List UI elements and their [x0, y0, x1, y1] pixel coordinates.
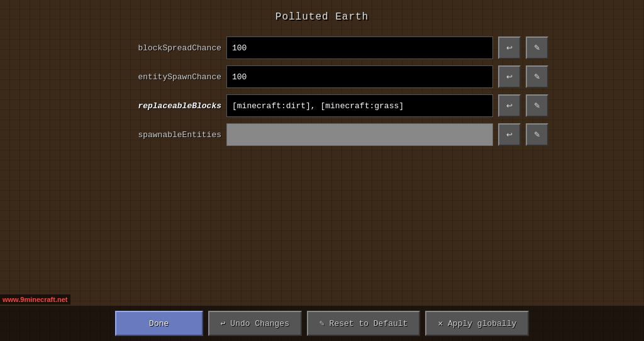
- edit-btn-entitySpawnChance[interactable]: ✎: [526, 65, 548, 88]
- edit-btn-spawnableEntities[interactable]: ✎: [526, 123, 548, 146]
- edit-btn-blockSpreadChance[interactable]: ✎: [526, 36, 548, 59]
- undo-changes-button[interactable]: ↩ Undo Changes: [208, 311, 302, 336]
- label-entitySpawnChance: entitySpawnChance: [96, 72, 221, 82]
- bottom-bar: Done ↩ Undo Changes ✎ Reset to Default ✕…: [0, 306, 644, 341]
- page-title: Polluted Earth: [275, 11, 369, 23]
- input-spawnableEntities[interactable]: [226, 123, 493, 146]
- config-row-entitySpawnChance: entitySpawnChance ↩ ✎: [96, 64, 548, 89]
- reset-default-button[interactable]: ✎ Reset to Default: [307, 311, 420, 336]
- apply-globally-button[interactable]: ✕ Apply globally: [425, 311, 529, 336]
- undo-btn-entitySpawnChance[interactable]: ↩: [498, 65, 521, 88]
- undo-btn-blockSpreadChance[interactable]: ↩: [498, 36, 521, 59]
- watermark: www.9minecraft.net: [0, 294, 70, 305]
- label-blockSpreadChance: blockSpreadChance: [96, 43, 221, 53]
- undo-btn-spawnableEntities[interactable]: ↩: [498, 123, 521, 146]
- label-spawnableEntities: spawnableEntities: [96, 130, 221, 140]
- input-replaceableBlocks[interactable]: [226, 94, 493, 117]
- undo-btn-replaceableBlocks[interactable]: ↩: [498, 94, 521, 117]
- done-button[interactable]: Done: [115, 311, 203, 336]
- config-row-spawnableEntities: spawnableEntities ↩ ✎: [96, 122, 548, 147]
- input-blockSpreadChance[interactable]: [226, 36, 493, 59]
- config-row-blockSpreadChance: blockSpreadChance ↩ ✎: [96, 35, 548, 60]
- page-wrapper: Polluted Earth blockSpreadChance ↩ ✎ ent…: [0, 0, 644, 341]
- config-panel: blockSpreadChance ↩ ✎ entitySpawnChance …: [96, 35, 548, 147]
- input-entitySpawnChance[interactable]: [226, 65, 493, 88]
- config-row-replaceableBlocks: replaceableBlocks ↩ ✎: [96, 93, 548, 118]
- label-replaceableBlocks: replaceableBlocks: [96, 101, 221, 111]
- edit-btn-replaceableBlocks[interactable]: ✎: [526, 94, 548, 117]
